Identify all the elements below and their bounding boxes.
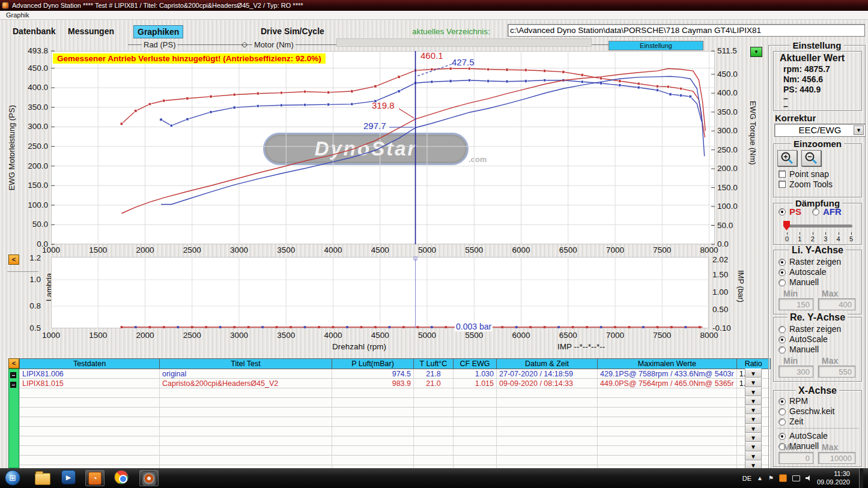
table-row-empty[interactable] xyxy=(20,427,771,436)
media-player-icon[interactable]: ▶ xyxy=(61,470,76,484)
dyno-app-icon[interactable] xyxy=(139,470,159,486)
clock[interactable]: 11:30 09.09.2020 xyxy=(817,470,850,487)
row-dropdown-button[interactable]: ▼ xyxy=(745,433,762,442)
chevron-down-icon[interactable]: ▼ xyxy=(854,125,864,135)
left-y-min-label: Min xyxy=(783,289,798,299)
table-row-empty[interactable] xyxy=(20,417,771,427)
table-header-testdaten[interactable]: Testdaten xyxy=(20,359,160,369)
tab-drive-sim-cycle[interactable]: Drive Sim/Cycle xyxy=(257,25,328,37)
right-y-radio-manuell[interactable] xyxy=(778,346,786,354)
tab-datenbank[interactable]: Datenbank xyxy=(9,25,59,37)
row-dropdown-button[interactable]: ▼ xyxy=(745,405,762,414)
table-row[interactable]: LIPIX81.006original974.521.81.03027-07-2… xyxy=(20,369,771,379)
flag-icon[interactable]: ⚑ xyxy=(768,475,774,481)
main-chart-plot[interactable] xyxy=(51,51,715,244)
damping-slider-track[interactable] xyxy=(785,224,852,227)
current-directory-input[interactable] xyxy=(508,24,865,37)
speaker-icon[interactable] xyxy=(806,475,812,481)
table-cell xyxy=(414,408,454,417)
imp-axis-tick: -0.10 xyxy=(712,324,731,333)
table-cell: LIPIX81.015 xyxy=(20,379,160,388)
zoom-tools-checkbox[interactable] xyxy=(778,181,786,188)
tray-app-icon[interactable] xyxy=(779,474,787,482)
table-header-ratio[interactable]: Ratio xyxy=(736,359,770,369)
korrektur-label: Korrektur xyxy=(775,113,816,123)
table-header-datum-zeit[interactable]: Datum & Zeit xyxy=(497,359,598,369)
x-axis-tick-lambda: 7500 xyxy=(648,331,676,340)
row-dropdown-button[interactable]: ▼ xyxy=(745,442,762,451)
slider-tick-mark xyxy=(839,232,839,235)
imp-marker xyxy=(149,326,151,328)
tab-graphiken[interactable]: Graphiken xyxy=(133,25,183,38)
left-y-radio-autoscale[interactable] xyxy=(778,269,786,276)
x-axis-scale-radio-autoscale[interactable] xyxy=(778,433,786,440)
point-snap-checkbox[interactable] xyxy=(778,170,786,178)
x-axis-label: RPM xyxy=(789,396,808,406)
collapse-table-button[interactable]: < xyxy=(8,358,19,369)
data-marker xyxy=(679,87,682,89)
row-dropdown-button[interactable]: ▼ xyxy=(745,387,762,396)
table-row-empty[interactable] xyxy=(20,436,771,446)
x-axis-radio-geschw-keit[interactable] xyxy=(778,408,786,415)
left-y-radio-manuell[interactable] xyxy=(778,279,786,286)
table-row-empty[interactable] xyxy=(20,446,771,456)
korrektur-dropdown[interactable]: EEC/EWG ▼ xyxy=(774,124,866,137)
right-y-radio-raster-zeigen[interactable] xyxy=(778,326,786,333)
table-cell xyxy=(332,436,414,446)
zoom-out-button[interactable] xyxy=(801,150,821,166)
right-axis-tick: 511.5 xyxy=(717,46,737,55)
x-axis-radio-rpm[interactable] xyxy=(778,398,786,405)
table-cell xyxy=(160,427,332,436)
right-y-radio-autoscale[interactable] xyxy=(778,336,786,343)
table-row-empty[interactable] xyxy=(20,408,771,417)
x-axis-tick-main: 5500 xyxy=(460,246,488,255)
table-header-cf-ewg[interactable]: CF EWG xyxy=(454,359,497,369)
zoom-in-button[interactable] xyxy=(777,150,797,166)
x-axis-tick-lambda: 4500 xyxy=(366,331,394,340)
start-button[interactable]: ⊞ xyxy=(5,470,20,486)
row-dropdown-button[interactable]: ▼ xyxy=(745,396,762,405)
tab-messungen[interactable]: Messungen xyxy=(64,25,118,37)
row-dropdown-button[interactable]: ▼ xyxy=(745,378,762,387)
table-row-empty[interactable] xyxy=(20,456,771,465)
left-y-radio-raster-zeigen[interactable] xyxy=(778,259,786,266)
taskbar: ⊞ ▶ ◔ DE ▲ ⚑ 11:30 09.09.2020 xyxy=(0,468,868,488)
network-icon[interactable] xyxy=(792,475,800,481)
right-y-max-label: Max xyxy=(822,356,838,366)
menu-graphik[interactable]: Graphik xyxy=(4,11,32,19)
lambda-chart-plot[interactable] xyxy=(51,257,709,328)
damping-slider-thumb[interactable] xyxy=(783,221,790,230)
tray-expand-icon[interactable]: ▲ xyxy=(757,475,763,481)
green-dropdown-button[interactable]: ▼ xyxy=(750,47,762,57)
table-cell xyxy=(454,398,497,408)
table-header-maximalen-werte[interactable]: Maximalen Werte xyxy=(598,359,737,369)
table-cell xyxy=(598,456,737,465)
language-indicator[interactable]: DE xyxy=(742,475,751,482)
table-row[interactable]: LIPIX81.015Capristo&200cpi&HeadersØ45_V2… xyxy=(20,379,771,388)
table-header-p-luft-mbar-[interactable]: P Luft(mBar) xyxy=(332,359,414,369)
row-dropdown-button[interactable]: ▼ xyxy=(745,414,762,423)
file-explorer-icon[interactable] xyxy=(35,473,50,485)
table-header-t-luft-c[interactable]: T Luft°C xyxy=(414,359,454,369)
show-desktop-button[interactable] xyxy=(859,468,863,488)
row-dropdown-button[interactable]: ▼ xyxy=(745,424,762,433)
row-dropdown-button[interactable]: ▼ xyxy=(745,451,762,460)
x-axis-radio-zeit[interactable] xyxy=(778,418,786,426)
imp-marker xyxy=(191,326,193,328)
app-icon[interactable] xyxy=(2,2,9,9)
dyno-tool-icon[interactable]: ◔ xyxy=(85,470,105,486)
data-marker xyxy=(543,79,545,82)
imp-marker xyxy=(417,326,419,328)
chrome-icon[interactable] xyxy=(114,470,129,484)
table-row-empty[interactable] xyxy=(20,398,771,408)
row-dropdown-button[interactable]: ▼ xyxy=(745,369,762,378)
collapse-lambda-button[interactable]: < xyxy=(8,255,19,265)
slider-tick-number: 0 xyxy=(784,235,790,242)
afr-radio[interactable] xyxy=(812,208,819,215)
table-row-empty[interactable] xyxy=(20,388,771,398)
ps-radio[interactable] xyxy=(778,208,786,215)
einstellung-button[interactable]: Einstellung xyxy=(609,41,703,50)
row-expand-icon[interactable] xyxy=(10,372,16,378)
table-header-titel-test[interactable]: Titel Test xyxy=(160,359,332,369)
row-expand-icon[interactable] xyxy=(10,382,16,388)
